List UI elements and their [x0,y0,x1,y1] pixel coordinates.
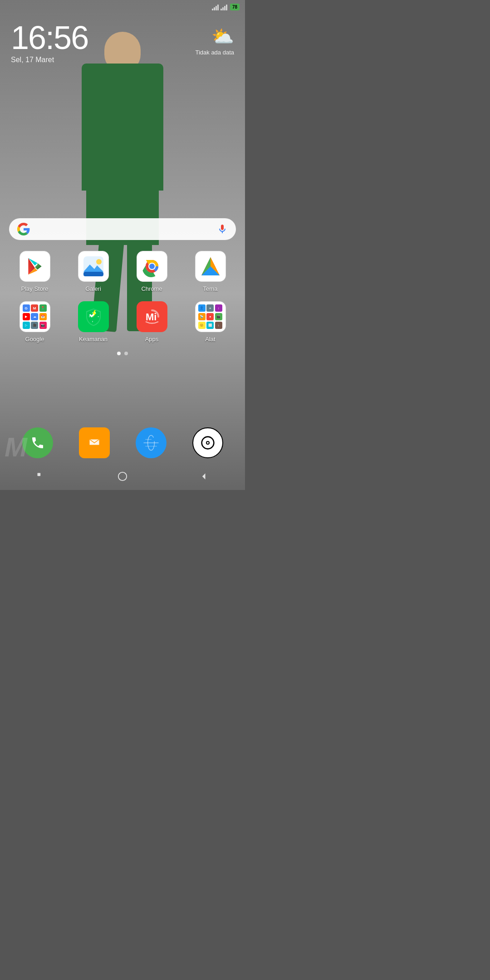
home-button[interactable] [118,471,127,484]
page-dots [0,352,245,355]
browser-icon [136,427,167,458]
clock-left: 16:56 Sel, 17 Maret [11,21,88,64]
clock-date: Sel, 17 Maret [11,56,88,64]
clock-area: 16:56 Sel, 17 Maret ⛅ Tidak ada data [0,12,245,64]
back-button[interactable] [200,472,209,483]
gallery-icon [78,251,109,282]
app-item-keamanan[interactable]: Keamanan [66,301,121,343]
keamanan-label: Keamanan [79,336,108,343]
page-dot-2[interactable] [124,352,128,355]
keamanan-icon [78,301,109,332]
app-item-chrome[interactable]: Chrome [124,251,179,292]
signal-bar-2 [220,4,227,10]
recent-apps-button[interactable] [36,472,45,483]
svg-point-8 [149,264,155,269]
svg-marker-30 [202,473,206,479]
svg-rect-28 [37,473,40,476]
weather-text: Tidak ada data [195,49,234,56]
tema-icon [195,251,226,282]
signal-icons [212,4,227,10]
google-logo [17,223,30,235]
apps-icon: Mi [137,301,167,332]
app-item-play-store[interactable]: Play Store [7,251,62,292]
app-item-google[interactable]: G M 📍 ▶ ☁ 📅 ▷ 🎥 📷 Google [7,301,62,343]
watermark: M [5,431,27,463]
chrome-label: Chrome [141,285,162,292]
chrome-icon [137,251,167,282]
mic-icon[interactable] [217,224,228,235]
app-item-gallery[interactable]: Galeri [66,251,121,292]
messages-icon [79,427,110,458]
gallery-label: Galeri [85,285,101,292]
ui-layer: 78 16:56 Sel, 17 Maret ⛅ Tidak ada data [0,0,245,490]
svg-rect-3 [83,272,103,276]
clock-time: 16:56 [11,21,88,54]
search-bar[interactable] [9,218,236,240]
alat-icon: 👤 ≡ ↑ 📡 ● 🎬 😊 ⬜ ↓ [195,301,226,332]
app-item-apps[interactable]: Mi Apps [124,301,179,343]
dock [0,427,245,458]
play-store-label: Play Store [21,285,49,292]
tema-label: Tema [203,285,218,292]
svg-text:Mi: Mi [146,311,157,323]
app-item-alat[interactable]: 👤 ≡ ↑ 📡 ● 🎬 😊 ⬜ ↓ Alat [183,301,238,343]
dock-item-browser[interactable] [136,427,167,458]
page-dot-1[interactable] [117,352,121,355]
dock-item-camera[interactable] [192,427,223,458]
status-bar: 78 [0,0,245,12]
weather-widget: ⛅ Tidak ada data [195,21,234,56]
alat-label: Alat [205,336,215,343]
dock-item-messages[interactable] [79,427,110,458]
camera-icon [192,427,223,458]
google-folder-label: Google [25,336,44,343]
nav-bar [0,465,245,490]
svg-point-4 [96,259,102,265]
svg-point-29 [118,472,127,480]
play-store-icon [20,251,50,282]
app-item-tema[interactable]: Tema [183,251,238,292]
signal-bar-1 [212,4,219,10]
svg-point-27 [207,442,209,444]
apps-label: Apps [145,336,159,343]
battery-indicator: 78 [230,4,240,10]
app-grid: Play Store Galeri [7,251,238,343]
google-folder-icon: G M 📍 ▶ ☁ 📅 ▷ 🎥 📷 [20,301,50,332]
weather-icon: ⛅ [211,26,234,47]
